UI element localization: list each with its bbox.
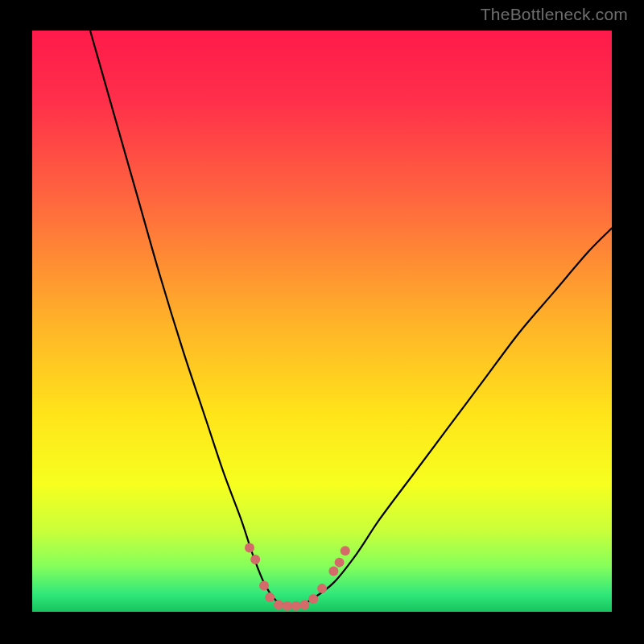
marker-point: [308, 594, 318, 604]
marker-point: [328, 566, 338, 576]
marker-point: [335, 558, 345, 568]
marker-point: [341, 546, 350, 555]
marker-point: [317, 584, 327, 593]
watermark-text: TheBottleneck.com: [481, 5, 628, 24]
marker-point: [265, 592, 275, 602]
marker-point: [299, 600, 309, 609]
plot-area: [32, 31, 612, 612]
marker-point: [274, 600, 283, 609]
marker-point: [291, 601, 301, 611]
marker-point: [245, 543, 254, 553]
gradient-background: [32, 31, 612, 612]
chart-frame: TheBottleneck.com: [0, 0, 644, 644]
chart-svg: [32, 31, 612, 612]
marker-point: [259, 581, 269, 591]
marker-point: [283, 601, 292, 611]
marker-point: [250, 555, 260, 564]
